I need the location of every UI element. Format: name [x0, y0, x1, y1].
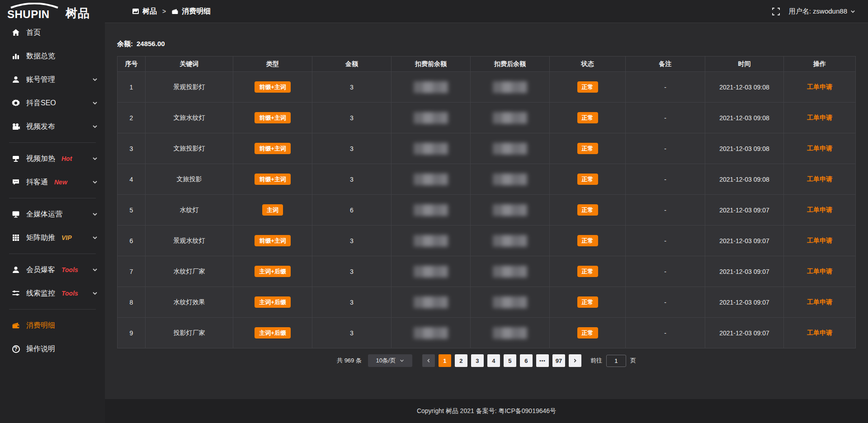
page-button-5[interactable]: 5: [504, 354, 516, 367]
col-time: 时间: [705, 56, 784, 72]
table-row: 8 水纹灯效果 主词+后缀 3 正常 - 2021-12-03 09:07 工单…: [118, 287, 856, 318]
col-balance-after: 扣费后余额: [471, 56, 550, 72]
page-button-2[interactable]: 2: [455, 354, 467, 367]
sidebar-divider: [9, 254, 96, 254]
work-order-link[interactable]: 工单申请: [807, 206, 832, 213]
page-button-97[interactable]: 97: [552, 354, 565, 367]
jump-suffix: 页: [630, 357, 636, 365]
work-order-link[interactable]: 工单申请: [807, 329, 832, 336]
work-order-link[interactable]: 工单申请: [807, 175, 832, 183]
hot-tag: Hot: [61, 155, 72, 162]
vip-tag: VIP: [61, 234, 72, 241]
masked-value: [414, 266, 448, 277]
pagination: 共 969 条 10条/页 1 2 3 4 5 6 ••• 97: [117, 354, 856, 367]
work-order-link[interactable]: 工单申请: [807, 237, 832, 244]
masked-value: [414, 327, 448, 339]
type-badge: 前缀+主词: [255, 235, 291, 246]
next-page-button[interactable]: [569, 354, 581, 367]
col-index: 序号: [118, 56, 146, 72]
cell-status: 正常: [550, 287, 626, 318]
masked-value: [414, 112, 448, 124]
breadcrumb-label: 消费明细: [182, 7, 211, 16]
sidebar-item-label: 视频加热: [26, 154, 55, 164]
sidebar-item-spend-detail[interactable]: 消费明细: [0, 314, 105, 337]
sidebar-item-label: 线索监控: [26, 289, 55, 298]
sidebar-item-account-mgmt[interactable]: 账号管理: [0, 68, 105, 91]
sidebar-item-video-heat[interactable]: 视频加热 Hot: [0, 147, 105, 170]
cell-remark: -: [626, 226, 705, 256]
masked-value: [414, 174, 448, 185]
col-keyword: 关键词: [146, 56, 233, 72]
user-dropdown[interactable]: 用户名: zswodun88: [789, 7, 855, 16]
prev-page-button[interactable]: [422, 354, 435, 367]
sidebar-item-video-publish[interactable]: 视频发布: [0, 115, 105, 138]
sidebar-item-label: 账号管理: [26, 75, 55, 85]
page-ellipsis[interactable]: •••: [536, 354, 549, 367]
table-row: 9 投影灯厂家 主词+后缀 3 正常 - 2021-12-03 09:07 工单…: [118, 318, 856, 348]
jump-page-input[interactable]: [606, 355, 626, 367]
cell-index: 1: [118, 72, 146, 103]
status-badge: 正常: [577, 204, 598, 216]
sidebar-item-data-overview[interactable]: 数据总览: [0, 44, 105, 68]
sidebar-divider: [9, 309, 96, 310]
cell-index: 9: [118, 318, 146, 348]
masked-value: [493, 327, 527, 339]
cell-remark: -: [626, 164, 705, 195]
sidebar-item-douketong[interactable]: 抖客通 New: [0, 170, 105, 194]
cell-action: 工单申请: [784, 318, 856, 348]
main-area: 树品 > 消费明细 用户名: zswodun88 余额:: [105, 0, 868, 423]
cell-balance-before: [392, 318, 471, 348]
cell-time: 2021-12-03 09:07: [705, 256, 784, 287]
work-order-link[interactable]: 工单申请: [807, 145, 832, 152]
content: 余额: 24856.00 序号 关键词 类型 金额 扣费前余额 扣费后余额: [105, 23, 868, 399]
promote-icon: [11, 154, 20, 163]
page-button-6[interactable]: 6: [520, 354, 533, 367]
sidebar-item-lead-monitor[interactable]: 线索监控 Tools: [0, 282, 105, 305]
type-badge: 主词: [262, 204, 283, 216]
sidebar-item-instructions[interactable]: ? 操作说明: [0, 337, 105, 361]
chevron-right-icon: [573, 358, 577, 363]
cell-time: 2021-12-03 09:07: [705, 318, 784, 348]
page-size-value: 10条/页: [376, 357, 396, 365]
masked-value: [493, 235, 527, 247]
app-window: SHUPIN 树品 首页 数据总览 账号管理: [0, 0, 868, 423]
table-row: 4 文旅投影 前缀+主词 3 正常 - 2021-12-03 09:08 工单申…: [118, 164, 856, 195]
work-order-link[interactable]: 工单申请: [807, 83, 832, 90]
cell-time: 2021-12-03 09:07: [705, 287, 784, 318]
cell-balance-after: [471, 256, 550, 287]
cell-status: 正常: [550, 164, 626, 195]
page-button-4[interactable]: 4: [487, 354, 500, 367]
fullscreen-icon[interactable]: [772, 8, 780, 15]
cell-remark: -: [626, 103, 705, 133]
masked-value: [493, 266, 527, 277]
sidebar-item-home[interactable]: 首页: [0, 21, 105, 44]
chevron-down-icon: [92, 235, 98, 240]
cell-status: 正常: [550, 195, 626, 226]
sidebar-item-member-burst[interactable]: 会员爆客 Tools: [0, 258, 105, 282]
sidebar-item-douyin-seo[interactable]: 抖音SEO: [0, 91, 105, 115]
work-order-link[interactable]: 工单申请: [807, 298, 832, 306]
col-amount: 金额: [312, 56, 392, 72]
work-order-link[interactable]: 工单申请: [807, 114, 832, 121]
col-remark: 备注: [626, 56, 705, 72]
cell-index: 2: [118, 103, 146, 133]
chevron-down-icon: [92, 77, 98, 82]
sidebar-item-matrix-boost[interactable]: 矩阵助推 VIP: [0, 226, 105, 249]
breadcrumb-current[interactable]: 消费明细: [171, 7, 211, 16]
sidebar-item-label: 抖客通: [26, 178, 48, 187]
table-row: 5 水纹灯 主词 6 正常 - 2021-12-03 09:07 工单申请: [118, 195, 856, 226]
copyright-text: Copyright 树品 2021 备案号: 粤ICP备09019646号: [417, 407, 556, 415]
page-size-select[interactable]: 10条/页: [368, 354, 412, 367]
cell-balance-after: [471, 318, 550, 348]
page-button-3[interactable]: 3: [471, 354, 484, 367]
breadcrumb-home[interactable]: 树品: [132, 7, 157, 16]
breadcrumb-separator: >: [162, 8, 166, 15]
sidebar-item-label: 全媒体运营: [26, 210, 62, 219]
work-order-link[interactable]: 工单申请: [807, 268, 832, 275]
cell-remark: -: [626, 72, 705, 103]
sidebar: SHUPIN 树品 首页 数据总览 账号管理: [0, 0, 105, 423]
brand-logo: SHUPIN 树品: [0, 0, 105, 21]
breadcrumb-label: 树品: [142, 7, 157, 16]
sidebar-item-all-media[interactable]: 全媒体运营: [0, 202, 105, 226]
page-button-1[interactable]: 1: [439, 354, 451, 367]
